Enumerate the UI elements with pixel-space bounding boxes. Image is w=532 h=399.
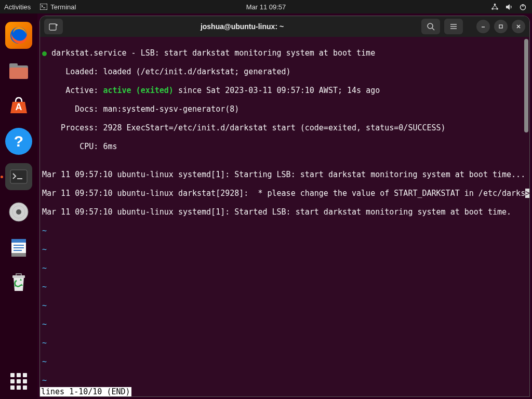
pager-tilde: ~ xyxy=(42,245,527,254)
svg-rect-24 xyxy=(12,275,25,278)
docs-line: Docs: man:systemd-sysv-generator(8) xyxy=(42,104,527,114)
svg-rect-12 xyxy=(10,170,27,183)
power-icon[interactable] xyxy=(519,3,527,11)
pager-tilde: ~ xyxy=(42,338,527,348)
network-icon[interactable] xyxy=(491,3,499,11)
service-header: darkstat.service - LSB: start darkstat m… xyxy=(51,48,375,58)
clock[interactable]: Mar 11 09:57 xyxy=(246,3,286,11)
dock-files[interactable] xyxy=(5,57,32,84)
close-button[interactable] xyxy=(512,20,525,33)
svg-rect-9 xyxy=(9,63,18,68)
dock-text-editor[interactable] xyxy=(5,234,32,261)
svg-rect-19 xyxy=(11,239,26,243)
svg-point-4 xyxy=(496,8,498,10)
dock-software[interactable]: A xyxy=(5,92,32,119)
show-applications-button[interactable] xyxy=(10,373,27,390)
window-titlebar: joshua@ubuntu-linux: ~ xyxy=(40,16,529,37)
svg-rect-25 xyxy=(49,24,56,30)
svg-point-16 xyxy=(16,209,21,215)
volume-icon[interactable] xyxy=(505,3,513,11)
window-title: joshua@ubuntu-linux: ~ xyxy=(67,22,417,31)
svg-point-3 xyxy=(491,8,494,10)
terminal-content[interactable]: ● darkstat.service - LSB: start darkstat… xyxy=(40,37,529,396)
new-tab-button[interactable] xyxy=(44,19,63,34)
app-name-label: Terminal xyxy=(50,3,76,11)
menu-button[interactable] xyxy=(444,19,463,34)
minimize-button[interactable] xyxy=(476,20,490,33)
dock-disk[interactable] xyxy=(5,198,32,225)
pager-tilde: ~ xyxy=(42,320,527,329)
line-continuation-marker: > xyxy=(525,189,529,198)
dock-terminal[interactable] xyxy=(5,163,32,190)
pager-tilde: ~ xyxy=(42,282,527,291)
svg-rect-0 xyxy=(40,4,47,10)
active-status: active (exited) xyxy=(103,86,173,95)
active-label: Active: xyxy=(42,86,103,95)
help-icon: ? xyxy=(14,132,23,150)
search-button[interactable] xyxy=(421,19,440,34)
terminal-scrollbar[interactable] xyxy=(524,39,528,132)
svg-line-29 xyxy=(432,28,434,30)
loaded-line: Loaded: loaded (/etc/init.d/darkstat; ge… xyxy=(42,67,527,76)
svg-rect-23 xyxy=(11,253,26,257)
pager-tilde: ~ xyxy=(42,263,527,273)
maximize-button[interactable] xyxy=(494,20,508,33)
status-dot-icon: ● xyxy=(42,48,47,58)
activities-button[interactable]: Activities xyxy=(4,3,31,11)
log-line-1: Mar 11 09:57:10 ubuntu-linux systemd[1]:… xyxy=(42,170,527,179)
pager-tilde: ~ xyxy=(42,226,527,235)
terminal-window: joshua@ubuntu-linux: ~ ● darkstat.servic… xyxy=(39,16,530,397)
terminal-icon xyxy=(40,4,47,10)
cpu-line: CPU: 6ms xyxy=(42,142,527,151)
pager-tilde: ~ xyxy=(42,376,527,385)
svg-point-28 xyxy=(428,23,433,29)
pager-status: lines 1-10/10 (END) xyxy=(40,387,131,396)
pager-tilde: ~ xyxy=(42,357,527,366)
svg-text:A: A xyxy=(16,102,22,112)
dock-help[interactable]: ? xyxy=(5,128,32,155)
pager-tilde: ~ xyxy=(42,301,527,310)
svg-rect-10 xyxy=(9,68,28,79)
top-bar: Activities Terminal Mar 11 09:57 xyxy=(0,0,532,14)
log-line-3: Mar 11 09:57:10 ubuntu-linux systemd[1]:… xyxy=(42,207,527,217)
current-app-indicator[interactable]: Terminal xyxy=(40,3,76,11)
dock: A ? xyxy=(0,14,37,399)
process-line: Process: 2928 ExecStart=/etc/init.d/dark… xyxy=(42,123,527,132)
log-line-2: Mar 11 09:57:10 ubuntu-linux darkstat[29… xyxy=(42,189,525,198)
dock-firefox[interactable] xyxy=(5,22,32,49)
svg-point-2 xyxy=(494,3,496,5)
dock-trash[interactable] xyxy=(5,269,32,296)
svg-rect-34 xyxy=(499,25,502,28)
active-since: since Sat 2023-03-11 09:57:10 AWST; 14s … xyxy=(174,86,380,95)
